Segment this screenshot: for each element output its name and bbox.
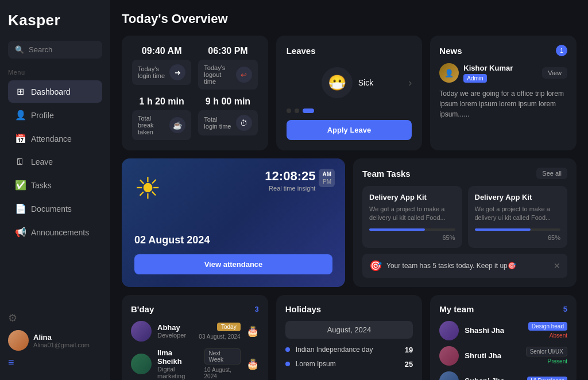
am-pm-selector[interactable]: AM PM xyxy=(319,169,335,187)
sidebar-item-label: Tasks xyxy=(31,181,52,190)
news-user-name: Kishor Kumar xyxy=(463,64,513,72)
apply-leave-button[interactable]: Apply Leave xyxy=(287,120,412,140)
team-avatar-3 xyxy=(439,371,459,380)
hamburger-icon[interactable]: ≡ xyxy=(8,356,102,369)
login-label: Today's login time xyxy=(138,65,166,79)
news-badge: 1 xyxy=(556,45,567,56)
team-right-3: Ui Developer xyxy=(527,377,567,380)
leaves-card: Leaves 😷 Sick › Apply Leave xyxy=(276,36,423,150)
login-logout-row: 09:40 AM Today's login time ➜ 06:30 PM T… xyxy=(132,46,258,90)
user-info: Alina Alina01@gmail.com xyxy=(8,330,102,351)
break-label: Total break taken xyxy=(138,115,166,135)
news-user-info: Kishor Kumar Admin xyxy=(463,64,513,83)
break-time: 1 h 20 min xyxy=(132,96,191,107)
news-card: News 1 👤 Kishor Kumar Admin View Today w… xyxy=(430,36,577,150)
bday-info-1: Abhay Developer xyxy=(157,323,186,339)
team-item-1: Shashi Jha Design head Absent xyxy=(439,321,567,340)
sidebar-item-documents[interactable]: 📄 Documents xyxy=(8,197,102,220)
sidebar-item-label: Profile xyxy=(31,111,54,120)
sidebar-nav: ⊞ Dashboard 👤 Profile 📅 Attendance 🗓 Lea… xyxy=(8,80,102,245)
holiday-item-1: Indian Independance day 19 xyxy=(285,346,413,354)
page-title: Today's Overview xyxy=(122,11,577,26)
team-member-name-1: Shashi Jha xyxy=(465,326,504,335)
dot-3 xyxy=(303,108,314,113)
holiday-list: Indian Independance day 19 Lorem Ipsum 2… xyxy=(285,346,413,369)
month-selector[interactable]: August, 2024 xyxy=(285,321,413,339)
sidebar-bottom: ⚙ Alina Alina01@gmail.com ≡ xyxy=(8,312,102,369)
logout-time: 06:30 PM xyxy=(198,46,257,56)
logout-label: Today's logout time xyxy=(204,64,232,85)
search-bar[interactable]: 🔍 Search xyxy=(8,41,102,59)
holiday-dot-2 xyxy=(285,362,290,366)
news-title: News xyxy=(439,46,462,56)
sick-icon: 😷 xyxy=(322,67,353,98)
task-2-desc: We got a project to make a delivery ui k… xyxy=(475,205,561,223)
sidebar: Kasper 🔍 Search Menu ⊞ Dashboard 👤 Profi… xyxy=(0,0,110,380)
holiday-name-2: Lorem Ipsum xyxy=(296,360,405,368)
login-block: 09:40 AM Today's login time ➜ xyxy=(132,46,191,90)
holidays-title: Holidays xyxy=(285,304,322,314)
pm-option[interactable]: PM xyxy=(322,179,331,185)
settings-icon[interactable]: ⚙ xyxy=(8,312,102,324)
sidebar-item-leave[interactable]: 🗓 Leave xyxy=(8,151,102,173)
team-avatar-1 xyxy=(439,321,459,340)
clock-time-text: 12:08:25 Real time insight xyxy=(265,169,315,192)
sidebar-item-dashboard[interactable]: ⊞ Dashboard xyxy=(8,80,102,103)
bday-avatar-2 xyxy=(131,354,152,374)
leave-icon: 🗓 xyxy=(15,157,25,167)
break-login-row: 1 h 20 min Total break taken ☕ 9 h 00 mi… xyxy=(132,96,258,140)
menu-label: Menu xyxy=(8,69,102,76)
see-all-button[interactable]: See all xyxy=(536,168,567,179)
documents-icon: 📄 xyxy=(15,203,25,214)
holidays-card: Holidays August, 2024 Indian Independanc… xyxy=(276,295,423,380)
bday-avatar-1 xyxy=(131,321,152,342)
bday-header: B'day 3 xyxy=(131,304,259,314)
target-icon: 🎯 xyxy=(369,259,382,272)
news-view-button[interactable]: View xyxy=(542,67,567,79)
attendance-icon: 📅 xyxy=(15,133,25,144)
clock-date: 02 August 2024 xyxy=(134,234,332,246)
dot-1 xyxy=(287,108,291,113)
mid-row: 12:08:25 Real time insight AM PM ☀ 02 Au… xyxy=(122,158,577,287)
close-notification-icon[interactable]: ✕ xyxy=(554,261,560,270)
holiday-date-1: 19 xyxy=(405,346,413,354)
bday-count: 3 xyxy=(254,305,258,313)
real-time-label: Real time insight xyxy=(265,185,315,192)
holiday-item-2: Lorem Ipsum 25 xyxy=(285,360,413,369)
search-icon: 🔍 xyxy=(15,45,24,54)
holidays-header: Holidays xyxy=(285,304,413,314)
am-option[interactable]: AM xyxy=(322,171,331,177)
sidebar-item-label: Announcements xyxy=(31,228,89,237)
leave-type: Sick xyxy=(358,78,373,87)
task-2-name: Delivery App Kit xyxy=(475,193,561,201)
bday-role-2: Digital marketing xyxy=(157,366,199,379)
break-block: 1 h 20 min Total break taken ☕ xyxy=(132,96,191,140)
task-1-progress-fill xyxy=(369,228,425,231)
bday-title: B'day xyxy=(131,304,154,314)
clock-time-area: 12:08:25 Real time insight AM PM xyxy=(265,169,335,192)
main-content: Today's Overview 09:40 AM Today's login … xyxy=(110,0,588,380)
chevron-right-icon[interactable]: › xyxy=(408,77,412,89)
clock-time: 12:08:25 xyxy=(265,169,315,184)
sidebar-item-announcements[interactable]: 📢 Announcements xyxy=(8,221,102,243)
task-item-1: Delivery App Kit We got a project to mak… xyxy=(362,186,462,248)
avatar xyxy=(8,330,29,351)
bottom-row: B'day 3 Abhay Developer Today 03 August,… xyxy=(122,295,577,380)
admin-badge: Admin xyxy=(463,74,486,83)
notification-text: Your team has 5 tasks today. Keep it up🎯 xyxy=(386,262,549,270)
holiday-date-2: 25 xyxy=(405,360,413,369)
login-icon: ➜ xyxy=(169,64,185,80)
total-login-label: Total login time xyxy=(204,116,232,130)
sidebar-item-profile[interactable]: 👤 Profile xyxy=(8,104,102,126)
leaves-title: Leaves xyxy=(287,46,412,56)
view-attendance-button[interactable]: View attendance xyxy=(134,254,332,274)
sidebar-item-label: Documents xyxy=(31,204,72,214)
bday-right-1: Today 03 August, 2024 xyxy=(199,323,240,340)
break-label-box: Total break taken ☕ xyxy=(132,110,191,140)
total-login-icon: ⏱ xyxy=(236,115,252,131)
team-right-1: Design head Absent xyxy=(528,322,567,339)
sidebar-item-attendance[interactable]: 📅 Attendance xyxy=(8,127,102,150)
bday-item-2: Ilma Sheikh Digital marketing Next Week … xyxy=(131,348,259,379)
bday-role-1: Developer xyxy=(157,332,186,339)
sidebar-item-tasks[interactable]: ✅ Tasks xyxy=(8,174,102,196)
